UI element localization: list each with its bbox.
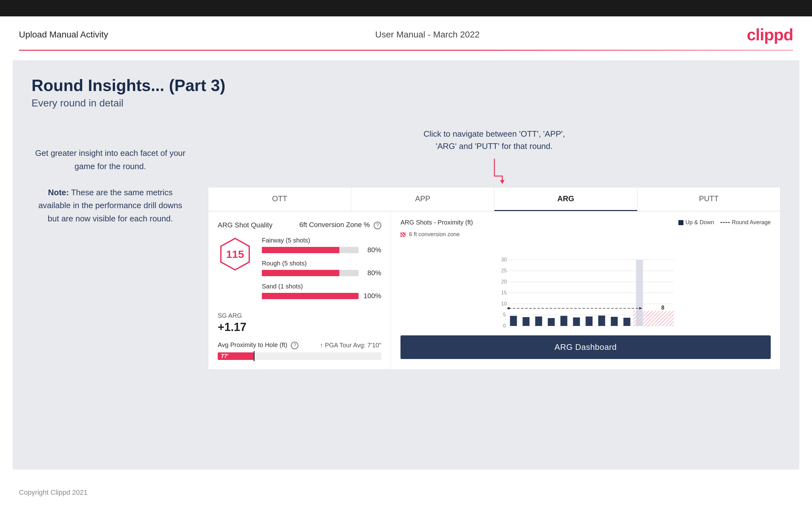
tab-arg[interactable]: ARG (494, 187, 638, 211)
svg-text:30: 30 (501, 257, 507, 262)
svg-rect-28 (636, 260, 643, 326)
bar-fill-sand (262, 293, 359, 299)
svg-rect-23 (573, 318, 580, 326)
footer: Copyright Clippd 2021 (0, 479, 812, 506)
tab-ott[interactable]: OTT (208, 187, 351, 211)
svg-text:10: 10 (501, 301, 507, 306)
legend-dashed-roundavg (720, 222, 730, 223)
annotation-text: Click to navigate between 'OTT', 'APP','… (208, 128, 780, 153)
bar-pct-rough: 80% (362, 269, 381, 277)
dashboard-card: OTT APP ARG PUTT ARG Shot Quality 6ft Co… (208, 187, 780, 370)
legend-item-roundavg: Round Average (720, 219, 771, 226)
legend-conversion-row: 6 ft conversion zone (401, 231, 771, 238)
bar-row-sand: Sand (1 shots) 100% (262, 283, 381, 300)
top-bar (0, 0, 812, 16)
main-content: Round Insights... (Part 3) Every round i… (13, 60, 799, 469)
legend-square-updown (678, 220, 683, 225)
legend-hatch-icon (401, 232, 406, 237)
legend-conversion-label: 6 ft conversion zone (409, 231, 460, 237)
sg-label: SG ARG (218, 312, 381, 319)
svg-text:8: 8 (661, 304, 665, 311)
tab-putt[interactable]: PUTT (638, 187, 780, 211)
bars-section: Fairway (5 shots) 80% Rou (262, 237, 381, 306)
svg-text:25: 25 (501, 268, 507, 273)
dashboard-body: ARG Shot Quality 6ft Conversion Zone % ? (208, 211, 780, 370)
legend-label-updown: Up & Down (685, 219, 714, 226)
legend-label-roundavg: Round Average (732, 219, 771, 226)
chart-title: ARG Shots - Proximity (ft) (401, 219, 473, 226)
hex-number: 115 (226, 248, 244, 261)
content-layout: Get greater insight into each facet of y… (32, 128, 780, 370)
sg-section: SG ARG +1.17 (218, 312, 381, 334)
hex-badge: 115 (218, 237, 252, 272)
svg-rect-21 (548, 318, 555, 326)
bar-fill-fairway (262, 247, 339, 253)
svg-rect-25 (598, 316, 605, 326)
svg-rect-22 (561, 316, 567, 326)
left-section: Get greater insight into each facet of y… (32, 128, 189, 225)
bar-pct-sand: 100% (362, 292, 381, 300)
hex-badge-container: 115 Fairway (5 shots) (218, 237, 381, 306)
bar-bg-fairway (262, 247, 359, 253)
bar-row-rough: Rough (5 shots) 80% (262, 260, 381, 277)
proximity-bar-value: 77' (221, 353, 229, 359)
svg-rect-19 (523, 317, 530, 326)
proximity-cursor (254, 351, 255, 361)
right-panel: ARG Shots - Proximity (ft) Up & Down Rou… (391, 211, 780, 370)
svg-rect-27 (623, 318, 630, 326)
header-divider (19, 50, 793, 51)
bar-bg-rough (262, 270, 359, 276)
svg-rect-20 (535, 317, 542, 326)
left-description: Get greater insight into each facet of y… (32, 147, 189, 225)
proximity-bar-track: 77' (218, 352, 381, 360)
proximity-avg: ↑ PGA Tour Avg: 7'10" (320, 342, 381, 349)
conversion-label: 6ft Conversion Zone % ? (299, 221, 381, 229)
annotation-arrow (478, 159, 510, 184)
left-panel: ARG Shot Quality 6ft Conversion Zone % ? (208, 211, 391, 370)
svg-text:15: 15 (501, 290, 507, 295)
bar-label-rough: Rough (5 shots) (262, 260, 381, 267)
panel-header: ARG Shot Quality 6ft Conversion Zone % ? (218, 221, 381, 229)
svg-rect-26 (611, 317, 618, 326)
svg-text:0: 0 (503, 323, 506, 329)
proximity-label: Avg Proximity to Hole (ft) ? (218, 341, 298, 349)
left-desc-note-bold: Note: (48, 188, 69, 197)
bar-track-sand: 100% (262, 292, 381, 300)
help-icon[interactable]: ? (374, 222, 381, 229)
annotation-area: Click to navigate between 'OTT', 'APP','… (208, 128, 780, 370)
proximity-header: Avg Proximity to Hole (ft) ? ↑ PGA Tour … (218, 341, 381, 349)
bar-track-rough: 80% (262, 269, 381, 277)
bar-pct-fairway: 80% (362, 246, 381, 254)
proximity-bar-fill: 77' (218, 352, 254, 360)
svg-text:20: 20 (501, 279, 507, 284)
svg-text:5: 5 (503, 312, 506, 318)
sg-value: +1.17 (218, 321, 381, 334)
arg-dashboard-button[interactable]: ARG Dashboard (401, 335, 771, 359)
bar-bg-sand (262, 293, 359, 299)
bar-track-fairway: 80% (262, 246, 381, 254)
bar-label-fairway: Fairway (5 shots) (262, 237, 381, 244)
left-desc-main: Get greater insight into each facet of y… (35, 148, 186, 171)
bar-row-fairway: Fairway (5 shots) 80% (262, 237, 381, 254)
tab-app[interactable]: APP (351, 187, 494, 211)
chart-legend: Up & Down Round Average (678, 219, 771, 226)
page-subtitle: Every round in detail (32, 97, 780, 109)
proximity-help-icon[interactable]: ? (291, 342, 298, 349)
legend-item-updown: Up & Down (678, 219, 714, 226)
tabs: OTT APP ARG PUTT (208, 187, 780, 211)
upload-manual-activity-link[interactable]: Upload Manual Activity (19, 30, 108, 40)
bar-label-sand: Sand (1 shots) (262, 283, 381, 290)
page-title: Round Insights... (Part 3) (32, 76, 780, 95)
proximity-section: Avg Proximity to Hole (ft) ? ↑ PGA Tour … (218, 341, 381, 360)
header: Upload Manual Activity User Manual - Mar… (0, 16, 812, 50)
bar-fill-rough (262, 270, 339, 276)
header-center-title: User Manual - March 2022 (375, 30, 479, 40)
arrow-container (208, 159, 780, 184)
svg-marker-0 (500, 180, 504, 184)
chart-header: ARG Shots - Proximity (ft) Up & Down Rou… (401, 219, 771, 226)
svg-rect-18 (510, 316, 517, 326)
chart-area: 0 5 10 15 20 25 30 (401, 241, 771, 329)
shot-quality-label: ARG Shot Quality (218, 221, 272, 229)
clippd-logo: clippd (747, 25, 793, 44)
svg-marker-30 (507, 307, 511, 309)
